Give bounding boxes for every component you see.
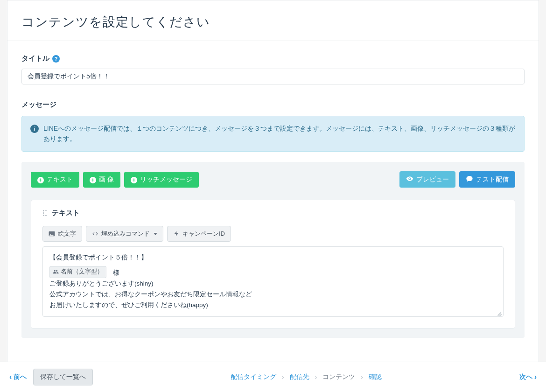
add-text-label: テキスト	[47, 175, 73, 184]
preview-button[interactable]: プレビュー	[399, 171, 455, 188]
users-icon	[53, 269, 59, 275]
chevron-down-icon	[154, 233, 157, 235]
editor-line: 公式アカウントでは、お得なクーポンやお友だち限定セール情報など	[49, 289, 497, 300]
content-block: テキスト 画 像 リッチメッセージ プレビュー	[21, 162, 525, 338]
campaign-label: キャンペーンID	[182, 230, 225, 238]
embed-command-button[interactable]: 埋め込みコマンド	[86, 226, 163, 242]
text-card-title: テキスト	[52, 209, 80, 217]
panel-body: タイトル ? メッセージ i LINEへのメッセージ配信では、１つのコンテンツに…	[7, 41, 539, 347]
chevron-left-icon: ‹	[9, 373, 12, 381]
code-icon	[92, 231, 98, 237]
page-title: コンテンツを設定してください	[21, 14, 525, 30]
preview-label: プレビュー	[416, 175, 449, 184]
variable-chip-label: 名前（文字型）	[61, 267, 103, 277]
breadcrumb: 配信タイミング › 配信先 › コンテンツ › 確認	[99, 373, 512, 381]
editor-line: 名前（文字型） 様	[49, 266, 497, 279]
crumb-content: コンテンツ	[322, 373, 355, 381]
campaign-id-button[interactable]: キャンペーンID	[167, 226, 231, 242]
text-card-header: テキスト	[42, 209, 504, 217]
title-label-row: タイトル ?	[21, 54, 525, 63]
eye-icon	[406, 175, 413, 184]
next-label: 次へ	[519, 373, 532, 381]
add-rich-button[interactable]: リッチメッセージ	[124, 172, 199, 188]
title-input[interactable]	[21, 69, 525, 84]
add-image-label: 画 像	[99, 175, 114, 184]
add-rich-label: リッチメッセージ	[140, 175, 192, 184]
save-to-list-button[interactable]: 保存して一覧へ	[33, 369, 93, 385]
add-text-button[interactable]: テキスト	[31, 172, 79, 188]
title-label: タイトル	[21, 54, 49, 63]
panel-header: コンテンツを設定してください	[7, 0, 539, 41]
resize-handle-icon[interactable]	[496, 309, 502, 315]
plus-icon	[131, 176, 137, 183]
message-editor[interactable]: 【会員登録でポイント５倍！！】 名前（文字型） 様 ご登録ありがとうございます(…	[42, 246, 504, 317]
footer-bar: ‹ 前へ 保存して一覧へ 配信タイミング › 配信先 › コンテンツ › 確認 …	[0, 362, 546, 392]
variable-chip[interactable]: 名前（文字型）	[49, 266, 106, 278]
editor-line: ご登録ありがとうございます(shiny)	[49, 279, 497, 289]
info-box: i LINEへのメッセージ配信では、１つのコンテンツにつき、メッセージを３つまで…	[21, 116, 525, 152]
crumb-timing[interactable]: 配信タイミング	[231, 373, 276, 381]
embed-label: 埋め込みコマンド	[101, 230, 150, 238]
editor-line: 【会員登録でポイント５倍！！】	[49, 252, 497, 263]
image-icon	[49, 231, 55, 237]
text-card: テキスト 絵文字 埋め込みコマンド キャンペーンID	[31, 200, 515, 329]
chat-icon	[466, 175, 473, 184]
toolbar: 絵文字 埋め込みコマンド キャンペーンID	[42, 226, 504, 242]
message-label: メッセージ	[21, 100, 525, 109]
crumb-target[interactable]: 配信先	[290, 373, 309, 381]
info-text: LINEへのメッセージ配信では、１つのコンテンツにつき、メッセージを３つまで設定…	[43, 124, 516, 144]
next-button[interactable]: 次へ ›	[519, 373, 537, 381]
plus-icon	[90, 176, 96, 183]
pointer-icon	[173, 231, 180, 237]
emoji-button[interactable]: 絵文字	[42, 226, 82, 242]
chevron-right-icon: ›	[315, 373, 317, 381]
plus-icon	[37, 176, 44, 183]
emoji-label: 絵文字	[58, 230, 76, 238]
prev-button[interactable]: ‹ 前へ	[9, 373, 27, 381]
main-panel: コンテンツを設定してください タイトル ? メッセージ i LINEへのメッセー…	[7, 0, 539, 365]
drag-handle-icon[interactable]	[42, 210, 47, 217]
editor-text-after-tag: 様	[106, 269, 119, 276]
info-icon: i	[30, 125, 39, 133]
chevron-right-icon: ›	[282, 373, 284, 381]
add-image-button[interactable]: 画 像	[83, 172, 120, 188]
button-row: テキスト 画 像 リッチメッセージ プレビュー	[31, 171, 515, 188]
test-send-label: テスト配信	[476, 175, 509, 184]
editor-line: お届けいたしますので、ぜひご利用くださいね(happy)	[49, 300, 497, 311]
prev-label: 前へ	[14, 373, 27, 381]
test-send-button[interactable]: テスト配信	[459, 171, 515, 188]
chevron-right-icon: ›	[534, 373, 537, 381]
help-icon[interactable]: ?	[52, 55, 60, 63]
crumb-confirm[interactable]: 確認	[369, 373, 382, 381]
chevron-right-icon: ›	[361, 373, 363, 381]
